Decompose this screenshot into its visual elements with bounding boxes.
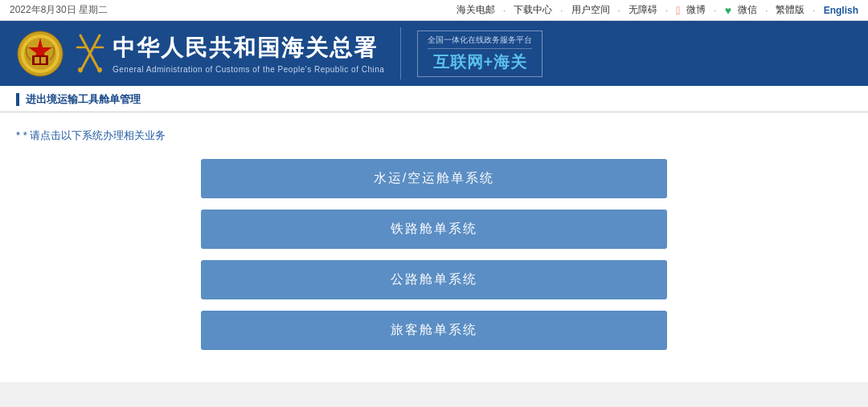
emblem-icon (16, 30, 64, 78)
weibo-text[interactable]: 微博 (686, 3, 706, 17)
sep3: · (618, 5, 620, 16)
weibo-icon[interactable]:  (676, 4, 680, 17)
sep2: · (560, 5, 563, 16)
site-title: 中华人民共和国海关总署 General Administration of Cu… (113, 33, 384, 74)
svg-point-11 (78, 67, 83, 72)
road-system-button[interactable]: 公路舱单系统 (201, 260, 667, 299)
breadcrumb-bar-icon (16, 93, 19, 106)
sep5: · (714, 5, 716, 16)
railway-system-button[interactable]: 铁路舱单系统 (201, 210, 667, 249)
svg-rect-5 (35, 57, 39, 63)
wechat-text[interactable]: 微信 (738, 3, 757, 17)
passenger-system-button[interactable]: 旅客舱单系统 (201, 311, 667, 350)
sep7: · (813, 5, 815, 16)
notice-message: * 请点击以下系统办理相关业务 (23, 129, 166, 141)
wechat-icon[interactable]: ♥ (725, 4, 731, 17)
site-title-cn: 中华人民共和国海关总署 (113, 33, 384, 63)
sep6: · (765, 5, 768, 16)
svg-point-12 (97, 67, 102, 72)
platform-main-label: 互联网+海关 (428, 51, 532, 73)
platform-box: 全国一体化在线政务服务平台 互联网+海关 (417, 31, 542, 77)
notice-asterisk: * (16, 129, 23, 141)
sep4: · (665, 5, 668, 16)
water-air-system-button[interactable]: 水运/空运舱单系统 (201, 159, 667, 198)
breadcrumb-label: 进出境运输工具舱单管理 (26, 92, 141, 107)
english-link[interactable]: English (824, 5, 858, 16)
user-link[interactable]: 用户空间 (571, 3, 610, 17)
page-header: 进出境运输工具舱单管理 (0, 86, 868, 112)
top-nav: 海关电邮 · 下载中心 · 用户空间 · 无障碍 ·  微博 · ♥ 微信 ·… (457, 3, 858, 17)
platform-area: 全国一体化在线政务服务平台 互联网+海关 (417, 31, 542, 77)
svg-rect-6 (41, 57, 46, 63)
notice-text: * * 请点击以下系统办理相关业务 (16, 128, 852, 143)
sep1: · (503, 5, 506, 16)
platform-top-label: 全国一体化在线政务服务平台 (428, 35, 532, 49)
download-link[interactable]: 下载中心 (514, 3, 552, 17)
top-bar: 2022年8月30日 星期二 海关电邮 · 下载中心 · 用户空间 · 无障碍 … (0, 0, 868, 21)
logo-area (16, 30, 106, 78)
traditional-link[interactable]: 繁體版 (776, 3, 805, 17)
main-content: * * 请点击以下系统办理相关业务 水运/空运舱单系统 铁路舱单系统 公路舱单系… (0, 112, 868, 382)
swords-icon (74, 31, 106, 75)
content-spacer (0, 382, 868, 407)
site-title-en: General Administration of Customs of the… (113, 65, 384, 74)
accessibility-link[interactable]: 无障碍 (628, 3, 657, 17)
email-link[interactable]: 海关电邮 (457, 3, 495, 17)
header-divider (400, 27, 401, 79)
breadcrumb: 进出境运输工具舱单管理 (16, 92, 852, 112)
system-buttons: 水运/空运舱单系统 铁路舱单系统 公路舱单系统 旅客舱单系统 (16, 159, 852, 350)
date-display: 2022年8月30日 星期二 (10, 3, 108, 17)
platform-prefix: 互联网+ (433, 53, 494, 71)
platform-suffix: 海关 (493, 53, 527, 71)
site-header: 中华人民共和国海关总署 General Administration of Cu… (0, 21, 868, 86)
